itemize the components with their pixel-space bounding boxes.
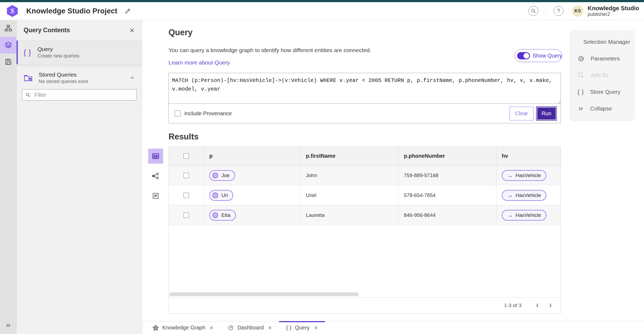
row-checkbox[interactable]	[184, 193, 189, 198]
help-button[interactable]: ?	[554, 6, 564, 16]
chevron-right-icon	[548, 303, 553, 308]
collapse-panel-button[interactable]: Collapse	[571, 100, 634, 117]
pagination-range: 1-3 of 3	[504, 303, 521, 308]
cell-phonenumber: 846-956-8644	[404, 212, 436, 218]
braces-icon: { }	[24, 48, 31, 57]
select-all-checkbox[interactable]	[184, 153, 189, 159]
learn-more-link[interactable]: Learn more about Query	[169, 59, 230, 66]
rail-item-query-layers[interactable]	[0, 37, 17, 53]
row-checkbox[interactable]	[184, 173, 189, 178]
results-view-toolbar	[148, 149, 163, 203]
stored-queries-header[interactable]: Stored Queries No stored queries exist	[17, 67, 142, 87]
search-button[interactable]	[528, 6, 538, 16]
close-icon	[129, 27, 135, 33]
user-info: Knowledge Studio publisher2	[588, 5, 639, 17]
panel-title: Query Contents	[24, 27, 70, 34]
column-header-firstname[interactable]: p.firstName	[306, 153, 335, 159]
panel-close-button[interactable]	[129, 27, 135, 33]
panel-divider	[17, 64, 142, 67]
query-contents-panel: Query Contents { } Query Create new quer…	[17, 20, 142, 334]
include-provenance-checkbox[interactable]	[175, 110, 181, 116]
run-button[interactable]: Run	[536, 106, 557, 121]
svg-text:S: S	[10, 7, 14, 15]
hierarchy-icon	[4, 24, 12, 33]
tab-knowledge-graph[interactable]: Knowledge Graph	[145, 321, 221, 334]
row-checkbox[interactable]	[184, 213, 189, 218]
edge-pill[interactable]: → HasVehicle	[502, 190, 546, 201]
layers-icon	[4, 41, 12, 49]
avatar[interactable]: KS	[572, 5, 583, 17]
table-view-button[interactable]	[148, 149, 163, 164]
query-input[interactable]: MATCH (p:Person)-[hv:HasVehicle]->(v:Veh…	[169, 73, 561, 104]
search-icon	[531, 8, 536, 14]
query-description: You can query a knowledge graph to ident…	[169, 47, 371, 53]
action-label: Parameters	[591, 55, 620, 62]
close-icon[interactable]	[209, 326, 214, 330]
show-query-toggle[interactable]: Show Query	[515, 49, 562, 62]
filter-field[interactable]	[22, 89, 137, 100]
stored-queries-section: Stored Queries No stored queries exist	[17, 67, 142, 106]
edge-pill[interactable]: → HasVehicle	[502, 210, 546, 221]
question-mark-icon: ?	[557, 8, 560, 14]
action-label: Selection Manager	[583, 39, 630, 45]
include-provenance-label: Include Provenance	[184, 110, 232, 117]
person-node-pill[interactable]: Joe	[209, 170, 235, 181]
node-label: Uri	[221, 192, 228, 198]
cell-phonenumber: 578-654-7854	[404, 192, 436, 198]
close-icon[interactable]	[268, 326, 272, 330]
tab-label: Dashboard	[237, 325, 264, 331]
add-to-icon	[577, 72, 585, 79]
double-chevron-right-icon	[577, 105, 584, 112]
column-header-hv[interactable]: hv	[502, 153, 508, 159]
dashboard-gauge-icon	[228, 325, 234, 331]
clear-button[interactable]: Clear	[510, 107, 534, 120]
horizontal-scrollbar-track	[169, 291, 561, 297]
filter-input[interactable]	[34, 92, 133, 98]
query-actions-panel: Selection Manager Parameters Add To { } …	[571, 31, 634, 120]
store-query-button[interactable]: { } Store Query	[571, 84, 634, 100]
person-node-pill[interactable]: Etta	[209, 210, 236, 221]
double-chevron-right-icon	[5, 322, 12, 329]
gear-icon	[577, 55, 585, 62]
left-rail	[0, 20, 17, 334]
close-icon[interactable]	[314, 326, 318, 330]
previous-page-button[interactable]	[531, 299, 544, 312]
column-header-phonenumber[interactable]: p.phoneNumber	[404, 153, 445, 159]
chevron-up-icon[interactable]	[130, 75, 135, 81]
user-role: publisher2	[588, 12, 639, 17]
cell-firstname: Lauretta	[306, 212, 325, 218]
graph-view-button[interactable]	[148, 168, 163, 184]
chart-view-button[interactable]	[148, 188, 163, 203]
rail-item-model[interactable]	[0, 20, 17, 37]
person-node-pill[interactable]: Uri	[209, 190, 233, 201]
toggle-on-icon	[517, 52, 530, 59]
edge-label: HasVehicle	[515, 192, 541, 198]
query-editor-box: MATCH (p:Person)-[hv:HasVehicle]->(v:Veh…	[169, 73, 561, 123]
results-table: p p.firstName p.phoneNumber hv Joe John …	[169, 146, 561, 314]
rail-item-save[interactable]	[0, 53, 17, 70]
action-label: Store Query	[590, 89, 620, 95]
node-dot-icon	[212, 192, 218, 198]
next-page-button[interactable]	[544, 299, 557, 312]
network-icon	[152, 172, 160, 180]
column-header-p[interactable]: p	[209, 153, 213, 159]
table-row: Uri Uriel 578-654-7854 → HasVehicle	[169, 185, 561, 205]
panel-item-query[interactable]: { } Query Create new queries	[17, 41, 142, 64]
edge-pill[interactable]: → HasVehicle	[502, 170, 546, 181]
cell-firstname: Uriel	[306, 192, 316, 198]
edit-title-icon[interactable]	[124, 8, 131, 15]
show-query-label: Show Query	[533, 53, 562, 59]
tab-query[interactable]: { } Query	[279, 321, 325, 334]
parameters-button[interactable]: Parameters	[571, 50, 634, 67]
tab-dashboard[interactable]: Dashboard	[221, 321, 279, 334]
stored-queries-label: Stored Queries	[39, 71, 88, 78]
app-logo-icon[interactable]: S	[6, 5, 19, 17]
main-content: Query You can query a knowledge graph to…	[142, 20, 644, 321]
rail-expand-button[interactable]	[0, 319, 17, 331]
horizontal-scrollbar-thumb[interactable]	[169, 292, 359, 296]
selection-manager-button[interactable]: Selection Manager	[571, 34, 634, 50]
add-to-button: Add To	[571, 67, 634, 84]
braces-icon: { }	[286, 325, 291, 331]
cell-firstname: John	[306, 173, 317, 178]
knowledge-graph-icon	[152, 325, 159, 331]
